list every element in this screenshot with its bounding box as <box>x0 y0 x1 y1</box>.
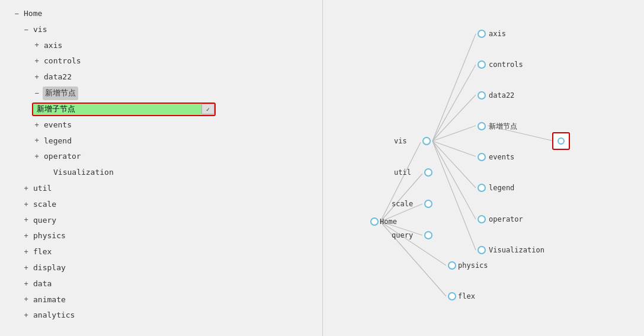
graph-svg: axis controls data22 新增节点 events vis uti… <box>323 0 644 336</box>
toggle-analytics[interactable]: + <box>21 310 31 321</box>
label-axis: axis <box>41 39 65 53</box>
tree-item-display[interactable]: + display <box>0 260 322 276</box>
tree-item-physics[interactable]: + physics <box>0 228 322 244</box>
toggle-util[interactable]: + <box>21 183 31 194</box>
svg-point-20 <box>478 92 485 99</box>
toggle-xinjie[interactable]: − <box>32 88 41 99</box>
svg-text:legend: legend <box>489 184 514 192</box>
svg-point-34 <box>425 200 432 207</box>
label-events: events <box>41 119 74 132</box>
toggle-physics[interactable]: + <box>21 231 31 242</box>
label-analytics: analytics <box>31 309 77 322</box>
new-child-input-row: ✓ <box>0 103 322 116</box>
svg-text:flex: flex <box>458 292 475 300</box>
label-query: query <box>31 214 59 228</box>
toggle-home[interactable]: − <box>12 8 21 20</box>
graph-panel: axis controls data22 新增节点 events vis uti… <box>323 0 644 336</box>
new-child-input[interactable] <box>32 103 216 116</box>
svg-point-46 <box>371 218 378 225</box>
svg-text:axis: axis <box>489 30 506 38</box>
tree-item-vis[interactable]: − vis <box>0 22 322 38</box>
label-scale: scale <box>31 198 59 212</box>
tree-item-query[interactable]: + query <box>0 213 322 229</box>
tree-item-legend[interactable]: + legend <box>0 133 322 149</box>
svg-rect-0 <box>323 0 644 336</box>
toggle-controls[interactable]: + <box>32 56 41 67</box>
app-container: − Home − vis + axis + controls + data22 <box>0 0 644 336</box>
toggle-legend[interactable]: + <box>32 135 41 146</box>
toggle-data22[interactable]: + <box>32 72 41 83</box>
svg-text:Visualization: Visualization <box>489 246 544 254</box>
tree-item-data22[interactable]: + data22 <box>0 69 322 85</box>
svg-point-38 <box>425 232 432 239</box>
svg-point-32 <box>478 184 485 191</box>
toggle-axis[interactable]: + <box>32 40 41 51</box>
label-flex: flex <box>31 245 54 259</box>
svg-text:Home: Home <box>380 217 397 226</box>
label-animate: animate <box>31 293 68 307</box>
input-wrapper: ✓ <box>32 103 216 116</box>
toggle-display[interactable]: + <box>21 263 31 274</box>
svg-point-16 <box>478 30 485 37</box>
tree-item-home[interactable]: − Home <box>0 6 322 22</box>
label-legend: legend <box>41 135 74 148</box>
toggle-scale[interactable]: + <box>21 199 31 210</box>
label-util: util <box>31 182 54 196</box>
tree-item-operator[interactable]: + operator <box>0 149 322 165</box>
svg-point-26 <box>478 153 485 161</box>
tree-item-scale[interactable]: + scale <box>0 197 322 213</box>
toggle-flex[interactable]: + <box>21 247 31 258</box>
svg-text:新增节点: 新增节点 <box>489 122 517 130</box>
label-visualization: Visualization <box>51 166 116 180</box>
label-data22: data22 <box>41 71 74 84</box>
svg-point-30 <box>425 169 432 176</box>
tree-item-util[interactable]: + util <box>0 181 322 197</box>
svg-text:events: events <box>489 153 514 161</box>
label-physics: physics <box>31 229 68 243</box>
svg-text:operator: operator <box>489 215 523 223</box>
label-operator: operator <box>41 150 84 164</box>
svg-point-25 <box>558 138 564 144</box>
tree-item-visualization[interactable]: Visualization <box>0 165 322 181</box>
svg-text:controls: controls <box>489 60 523 69</box>
toggle-query[interactable]: + <box>21 215 31 226</box>
tree-item-flex[interactable]: + flex <box>0 244 322 260</box>
svg-point-22 <box>478 123 485 130</box>
toggle-animate[interactable]: + <box>21 294 31 305</box>
svg-point-28 <box>423 137 430 145</box>
svg-text:data22: data22 <box>489 91 514 100</box>
label-vis: vis <box>31 23 49 37</box>
svg-text:util: util <box>394 168 411 177</box>
label-xinjie: 新增节点 <box>43 87 78 100</box>
tree-item-analytics[interactable]: + analytics <box>0 308 322 324</box>
tree-item-xinjie[interactable]: − 新增节点 <box>0 85 322 101</box>
svg-text:query: query <box>392 231 413 239</box>
svg-point-44 <box>448 293 456 300</box>
toggle-vis[interactable]: − <box>21 24 31 36</box>
tree-item-animate[interactable]: + animate <box>0 292 322 308</box>
tree-item-axis[interactable]: + axis <box>0 38 322 54</box>
svg-text:physics: physics <box>458 261 488 270</box>
label-data: data <box>31 277 54 291</box>
tree-panel: − Home − vis + axis + controls + data22 <box>0 0 323 336</box>
svg-text:scale: scale <box>392 200 413 208</box>
toggle-operator[interactable]: + <box>32 151 41 162</box>
tree-item-events[interactable]: + events <box>0 117 322 133</box>
toggle-data[interactable]: + <box>21 279 31 290</box>
tree-item-controls[interactable]: + controls <box>0 53 322 69</box>
tree-item-data[interactable]: + data <box>0 276 322 292</box>
input-confirm-button[interactable]: ✓ <box>201 104 214 114</box>
toggle-events[interactable]: + <box>32 120 41 131</box>
svg-point-36 <box>478 216 485 223</box>
svg-point-18 <box>478 61 485 68</box>
svg-text:vis: vis <box>394 137 407 145</box>
svg-point-42 <box>448 262 456 269</box>
label-home: Home <box>21 7 44 21</box>
svg-point-40 <box>478 247 485 254</box>
label-controls: controls <box>41 55 84 68</box>
label-display: display <box>31 261 68 275</box>
